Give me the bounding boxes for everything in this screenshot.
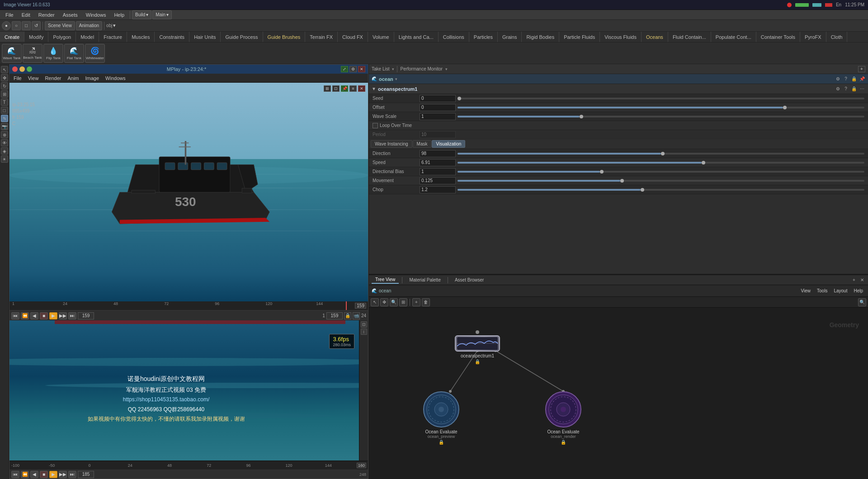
menu-edit[interactable]: Edit (18, 11, 34, 19)
node-preview-box[interactable] (423, 391, 459, 427)
shelf-tab-hairunits[interactable]: Hair Units (189, 32, 221, 42)
wave-scale-input[interactable] (420, 113, 456, 120)
node-ocean-render[interactable]: Ocean Evaluate ocean_render 🔒 (545, 391, 581, 445)
mplay-min-btn[interactable] (19, 66, 25, 72)
spectrum-settings-btn[interactable]: ⚙ (835, 86, 841, 92)
ng-add-tab-btn[interactable]: + (851, 277, 857, 283)
mplay-snap-btn[interactable]: 📌 (341, 85, 348, 92)
period-input[interactable] (420, 131, 456, 138)
mplay-x2-btn[interactable]: ✕ (358, 85, 365, 92)
shelf-tab-polygon[interactable]: Polygon (48, 32, 76, 42)
ng-menu-view[interactable]: View (799, 288, 813, 294)
chop-slider-handle[interactable] (641, 188, 644, 192)
tool-select[interactable]: ↖ (1, 66, 8, 73)
tool-flat-tank[interactable]: 🌊 Flat Tank (64, 44, 84, 63)
node-spectrum-box[interactable] (455, 335, 500, 352)
ng-tab-assetbrowser[interactable]: Asset Browser (451, 277, 487, 283)
directional-bias-slider-handle[interactable] (600, 170, 604, 174)
node-ocean-preview[interactable]: Ocean Evaluate ocean_preview 🔒 (423, 391, 459, 445)
shelf-tab-modify[interactable]: Modify (24, 32, 48, 42)
mplay-menu-render[interactable]: Render (42, 75, 63, 81)
animation-tab[interactable]: Animation (76, 21, 102, 30)
ng-menu-help[interactable]: Help (851, 288, 865, 294)
mplay-menu-view[interactable]: View (26, 75, 41, 81)
shelf-tab-fluidcontain[interactable]: Fluid Contain... (668, 32, 711, 42)
tool-snap[interactable]: ⊕ (1, 131, 8, 138)
movement-input[interactable] (420, 177, 456, 184)
direction-slider-handle[interactable] (661, 152, 665, 155)
menu-assets[interactable]: Assets (59, 11, 81, 19)
b-btn-play[interactable]: ▶ (49, 471, 57, 478)
wave-scale-slider[interactable] (458, 116, 864, 117)
fps-lock-btn[interactable]: 🔒 (344, 312, 351, 319)
bv-tool2[interactable]: ↕ (361, 329, 367, 335)
shelf-tab-populatecont[interactable]: Populate Cont... (711, 32, 756, 42)
chop-slider[interactable] (458, 189, 864, 191)
tool-paint[interactable]: ✎ (1, 115, 8, 122)
btn-step-fwd[interactable]: ▶▶ (59, 312, 67, 319)
shelf-tab-fracture[interactable]: Fracture (99, 32, 127, 42)
shelf-tab-lights[interactable]: Lights and Ca... (394, 32, 439, 42)
b-btn-fwd[interactable]: ▶▶ (59, 471, 67, 478)
mplay-menu-anim[interactable]: Anim (65, 75, 81, 81)
movement-slider-handle[interactable] (620, 179, 624, 183)
mplay-menu-image[interactable]: Image (83, 75, 102, 81)
seed-slider-handle[interactable] (458, 97, 461, 100)
shelf-tab-constraints[interactable]: Constraints (155, 32, 189, 42)
tool-transform[interactable]: T (1, 99, 8, 106)
tool-render[interactable]: ◈ (1, 147, 8, 155)
shelf-tab-pyrofx[interactable]: PyroFX (800, 32, 826, 42)
shelf-tab-cloudfx[interactable]: Cloud FX (338, 32, 368, 42)
scene-view-tab[interactable]: Scene View (45, 21, 75, 30)
btn-step-back[interactable]: ◀ (30, 312, 38, 319)
shelf-tab-create[interactable]: Create (0, 32, 24, 42)
b-btn-back[interactable]: ◀ (30, 471, 38, 478)
menu-render[interactable]: Render (35, 11, 58, 19)
directional-bias-input[interactable] (420, 168, 456, 175)
ng-tab-treeview[interactable]: Tree View (372, 276, 399, 284)
direction-input[interactable] (420, 150, 456, 157)
ng-tool-select[interactable]: ↖ (371, 298, 379, 306)
tool-rotate[interactable]: ↻ (1, 82, 8, 89)
tab-visualization[interactable]: Visualization (432, 140, 465, 148)
shelf-tab-terrainfx[interactable]: Terrain FX (305, 32, 338, 42)
node-render-box[interactable] (545, 391, 581, 427)
menu-windows[interactable]: Windows (82, 11, 110, 19)
current-frame-field[interactable] (78, 312, 94, 319)
wave-scale-slider-handle[interactable] (580, 115, 583, 118)
shelf-tab-volume[interactable]: Volume (368, 32, 394, 42)
offset-slider-handle[interactable] (783, 106, 787, 109)
mplay-ruler[interactable]: 1 24 48 72 96 120 144 159 (9, 301, 368, 310)
ng-close-tab-btn[interactable]: ✕ (859, 277, 865, 283)
ng-menu-tools[interactable]: Tools (815, 288, 830, 294)
ng-tool-layout[interactable]: ⊞ (399, 298, 407, 306)
movement-slider[interactable] (458, 180, 864, 182)
ng-menu-layout[interactable]: Layout (831, 288, 849, 294)
spectrum-help-btn[interactable]: ? (843, 86, 849, 92)
shelf-tab-guidebrushes[interactable]: Guide Brushes (263, 32, 306, 42)
shelf-tab-collisions[interactable]: Collisions (439, 32, 469, 42)
b-btn-last[interactable]: ⏭ (68, 471, 76, 478)
speed-input[interactable] (420, 159, 456, 166)
menu-file[interactable]: File (2, 11, 17, 19)
tool-view[interactable]: 👁 (1, 139, 8, 146)
node-graph-canvas[interactable]: Geometry (369, 308, 868, 479)
mplay-fullscreen-btn[interactable]: ⤢ (341, 66, 348, 72)
mplay-settings-btn[interactable]: ⚙ (349, 66, 357, 72)
ng-tab-materialpalette[interactable]: Material Palette (406, 277, 444, 283)
shelf-tab-particles[interactable]: Particles (469, 32, 498, 42)
shelf-tab-particlefluids[interactable]: Particle Fluids (559, 32, 600, 42)
spectrum-lock-btn[interactable]: 🔒 (851, 86, 857, 92)
ocean-help-btn[interactable]: ? (843, 76, 849, 82)
speed-slider-handle[interactable] (702, 161, 705, 164)
mplay-menu-windows[interactable]: Windows (103, 75, 128, 81)
tool-refresh[interactable]: ↺ (32, 21, 41, 30)
tool-scale[interactable]: ⊞ (1, 90, 8, 98)
btn-last-frame[interactable]: ⏭ (68, 312, 76, 319)
mplay-zoom-btn[interactable]: ⊞ (324, 85, 331, 92)
loop-over-time-checkbox[interactable] (373, 123, 378, 128)
offset-input[interactable] (420, 104, 456, 111)
tool-box-select[interactable]: □ (1, 107, 8, 114)
spectrum-collapse[interactable]: ▼ (372, 86, 376, 91)
chop-input[interactable] (420, 186, 456, 193)
